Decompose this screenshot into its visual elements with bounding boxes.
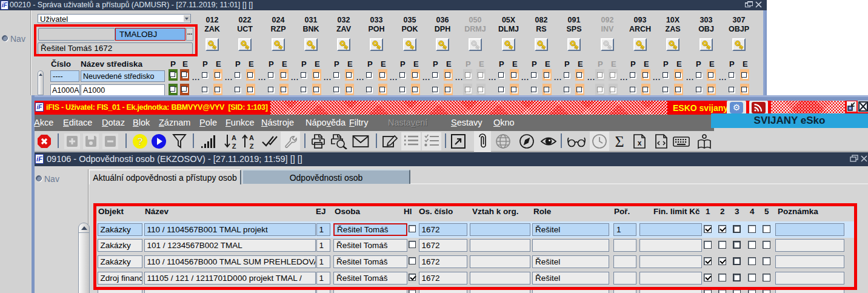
svg-text:A: A bbox=[232, 134, 236, 141]
svg-text:x: x bbox=[638, 139, 642, 147]
svg-text:Z: Z bbox=[250, 143, 254, 150]
svg-text:Σ: Σ bbox=[615, 133, 624, 149]
svg-text:Z: Z bbox=[232, 143, 236, 150]
svg-text:?: ? bbox=[137, 136, 143, 147]
svg-text:A: A bbox=[249, 134, 254, 141]
